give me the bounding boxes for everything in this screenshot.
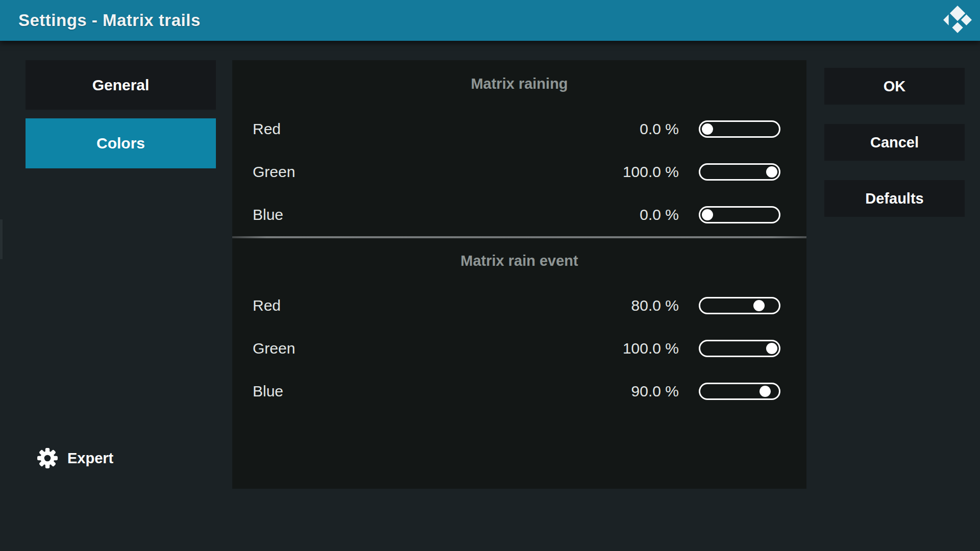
dialog-header: Settings - Matrix trails bbox=[0, 0, 980, 41]
setting-label: Green bbox=[253, 163, 623, 181]
section-matrix-raining: Matrix raining Red 0.0 % Green 100.0 % B… bbox=[232, 60, 806, 236]
kodi-logo-icon bbox=[943, 5, 972, 35]
slider-knob[interactable] bbox=[760, 386, 771, 397]
setting-label: Red bbox=[253, 120, 640, 138]
setting-value: 0.0 % bbox=[640, 120, 679, 138]
slider-knob[interactable] bbox=[702, 209, 713, 220]
section-heading: Matrix raining bbox=[232, 72, 806, 95]
red-slider[interactable] bbox=[699, 297, 780, 314]
setting-value: 90.0 % bbox=[631, 383, 679, 400]
setting-row-blue[interactable]: Blue 90.0 % bbox=[232, 370, 806, 413]
category-colors[interactable]: Colors bbox=[26, 118, 216, 168]
setting-value: 100.0 % bbox=[623, 340, 679, 357]
setting-value: 0.0 % bbox=[640, 206, 679, 223]
settings-level-toggle[interactable]: Expert bbox=[37, 446, 113, 470]
blue-slider[interactable] bbox=[699, 383, 780, 400]
setting-row-blue[interactable]: Blue 0.0 % bbox=[232, 193, 806, 236]
setting-label: Blue bbox=[253, 383, 631, 400]
green-slider[interactable] bbox=[699, 163, 780, 181]
left-edge-mark bbox=[0, 219, 3, 259]
settings-panel: Matrix raining Red 0.0 % Green 100.0 % B… bbox=[232, 60, 806, 489]
category-general[interactable]: General bbox=[26, 60, 216, 110]
settings-level-label: Expert bbox=[67, 450, 113, 467]
dialog-title: Settings - Matrix trails bbox=[0, 11, 201, 30]
section-separator bbox=[232, 236, 806, 238]
defaults-button[interactable]: Defaults bbox=[824, 180, 965, 217]
setting-label: Green bbox=[253, 340, 623, 357]
setting-value: 100.0 % bbox=[623, 163, 679, 181]
section-matrix-rain-event: Matrix rain event Red 80.0 % Green 100.0… bbox=[232, 249, 806, 413]
cancel-button[interactable]: Cancel bbox=[824, 124, 965, 161]
setting-row-red[interactable]: Red 80.0 % bbox=[232, 284, 806, 327]
ok-button[interactable]: OK bbox=[824, 68, 965, 105]
setting-row-red[interactable]: Red 0.0 % bbox=[232, 108, 806, 151]
setting-row-green[interactable]: Green 100.0 % bbox=[232, 327, 806, 370]
dialog-actions: OK Cancel Defaults bbox=[824, 68, 965, 217]
setting-label: Red bbox=[253, 297, 631, 314]
gear-icon bbox=[37, 447, 58, 469]
slider-knob[interactable] bbox=[766, 343, 777, 354]
blue-slider[interactable] bbox=[699, 206, 780, 223]
setting-row-green[interactable]: Green 100.0 % bbox=[232, 151, 806, 193]
setting-label: Blue bbox=[253, 206, 640, 223]
slider-knob[interactable] bbox=[766, 166, 777, 178]
green-slider[interactable] bbox=[699, 340, 780, 357]
category-list: General Colors bbox=[26, 60, 216, 177]
slider-knob[interactable] bbox=[702, 123, 713, 135]
section-heading: Matrix rain event bbox=[232, 249, 806, 272]
red-slider[interactable] bbox=[699, 120, 780, 138]
setting-value: 80.0 % bbox=[631, 297, 679, 314]
slider-knob[interactable] bbox=[753, 300, 765, 311]
